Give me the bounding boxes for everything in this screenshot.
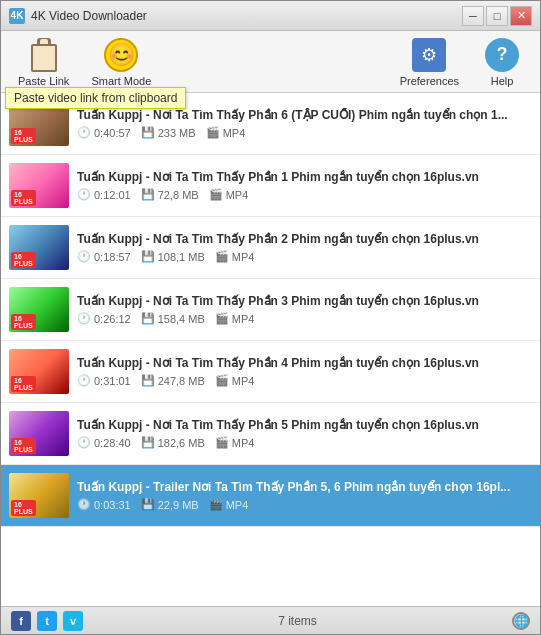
hdd-icon: 💾	[141, 126, 155, 139]
list-item[interactable]: 16PLUS Tuấn Kuppj - Nơi Ta Tìm Thấy Phần…	[1, 155, 540, 217]
list-item[interactable]: 16PLUS Tuấn Kuppj - Nơi Ta Tìm Thấy Phần…	[1, 403, 540, 465]
toolbar: Paste Link Smart Mode Paste video link f…	[1, 31, 540, 93]
item-count: 7 items	[83, 614, 512, 628]
video-format: MP4	[232, 375, 255, 387]
film-icon: 🎬	[209, 498, 223, 511]
film-icon: 🎬	[215, 374, 229, 387]
video-duration: 0:31:01	[94, 375, 131, 387]
toolbar-right: ⚙ Preferences ? Help	[391, 32, 532, 92]
duration-item: 🕐 0:12:01	[77, 188, 131, 201]
video-size: 233 MB	[158, 127, 196, 139]
video-size: 72,8 MB	[158, 189, 199, 201]
list-item[interactable]: 16PLUS Tuấn Kuppj - Nơi Ta Tìm Thấy Phần…	[1, 217, 540, 279]
video-format: MP4	[232, 313, 255, 325]
video-info: Tuấn Kuppj - Nơi Ta Tìm Thấy Phần 5 Phim…	[77, 418, 532, 449]
paste-link-button[interactable]: Paste Link	[9, 32, 78, 92]
video-format: MP4	[232, 251, 255, 263]
video-thumbnail: 16PLUS	[9, 473, 69, 518]
list-item[interactable]: 16PLUS Tuấn Kuppj - Trailer Nơi Ta Tìm T…	[1, 465, 540, 527]
video-meta: 🕐 0:18:57 💾 108,1 MB 🎬 MP4	[77, 250, 532, 263]
format-item: 🎬 MP4	[215, 312, 255, 325]
help-button[interactable]: ? Help	[472, 32, 532, 92]
video-info: Tuấn Kuppj - Nơi Ta Tìm Thấy Phần 4 Phim…	[77, 356, 532, 387]
duration-item: 🕐 0:31:01	[77, 374, 131, 387]
duration-item: 🕐 0:28:40	[77, 436, 131, 449]
video-format: MP4	[232, 437, 255, 449]
hdd-icon: 💾	[141, 436, 155, 449]
video-duration: 0:12:01	[94, 189, 131, 201]
video-info: Tuấn Kuppj - Nơi Ta Tìm Thấy Phần 6 (TẬP…	[77, 108, 532, 139]
preferences-label: Preferences	[400, 75, 459, 87]
twitter-icon[interactable]: t	[37, 611, 57, 631]
video-meta: 🕐 0:03:31 💾 22,9 MB 🎬 MP4	[77, 498, 532, 511]
hdd-icon: 💾	[141, 188, 155, 201]
video-title: Tuấn Kuppj - Nơi Ta Tìm Thấy Phần 6 (TẬP…	[77, 108, 532, 122]
size-item: 💾 72,8 MB	[141, 188, 199, 201]
title-bar: 4K 4K Video Downloader ─ □ ✕	[1, 1, 540, 31]
video-title: Tuấn Kuppj - Nơi Ta Tìm Thấy Phần 1 Phim…	[77, 170, 532, 184]
video-thumbnail: 16PLUS	[9, 163, 69, 208]
main-window: 4K 4K Video Downloader ─ □ ✕ Paste Link …	[0, 0, 541, 635]
channel-logo: 16PLUS	[11, 438, 36, 454]
clock-icon: 🕐	[77, 126, 91, 139]
video-size: 158,4 MB	[158, 313, 205, 325]
video-format: MP4	[223, 127, 246, 139]
duration-item: 🕐 0:26:12	[77, 312, 131, 325]
video-title: Tuấn Kuppj - Nơi Ta Tìm Thấy Phần 3 Phim…	[77, 294, 532, 308]
video-meta: 🕐 0:40:57 💾 233 MB 🎬 MP4	[77, 126, 532, 139]
duration-item: 🕐 0:03:31	[77, 498, 131, 511]
vimeo-icon[interactable]: v	[63, 611, 83, 631]
size-item: 💾 108,1 MB	[141, 250, 205, 263]
paste-tooltip: Paste video link from clipboard	[5, 87, 186, 109]
video-meta: 🕐 0:28:40 💾 182,6 MB 🎬 MP4	[77, 436, 532, 449]
hdd-icon: 💾	[141, 374, 155, 387]
app-icon: 4K	[9, 8, 25, 24]
film-icon: 🎬	[215, 436, 229, 449]
preferences-button[interactable]: ⚙ Preferences	[391, 32, 468, 92]
clock-icon: 🕐	[77, 498, 91, 511]
clock-icon: 🕐	[77, 436, 91, 449]
video-thumbnail: 16PLUS	[9, 225, 69, 270]
language-icon[interactable]: 🌐	[512, 612, 530, 630]
video-size: 182,6 MB	[158, 437, 205, 449]
clock-icon: 🕐	[77, 250, 91, 263]
paste-link-label: Paste Link	[18, 75, 69, 87]
list-item[interactable]: 16PLUS Tuấn Kuppj - Nơi Ta Tìm Thấy Phần…	[1, 279, 540, 341]
format-item: 🎬 MP4	[206, 126, 246, 139]
video-duration: 0:03:31	[94, 499, 131, 511]
list-item[interactable]: 16PLUS Tuấn Kuppj - Nơi Ta Tìm Thấy Phần…	[1, 341, 540, 403]
channel-logo: 16PLUS	[11, 500, 36, 516]
clipboard-icon	[26, 37, 62, 73]
video-size: 108,1 MB	[158, 251, 205, 263]
smiley-icon	[103, 37, 139, 73]
video-title: Tuấn Kuppj - Trailer Nơi Ta Tìm Thấy Phầ…	[77, 480, 532, 494]
channel-logo: 16PLUS	[11, 252, 36, 268]
video-meta: 🕐 0:26:12 💾 158,4 MB 🎬 MP4	[77, 312, 532, 325]
video-title: Tuấn Kuppj - Nơi Ta Tìm Thấy Phần 4 Phim…	[77, 356, 532, 370]
video-title: Tuấn Kuppj - Nơi Ta Tìm Thấy Phần 5 Phim…	[77, 418, 532, 432]
hdd-icon: 💾	[141, 250, 155, 263]
clock-icon: 🕐	[77, 188, 91, 201]
film-icon: 🎬	[215, 250, 229, 263]
hdd-icon: 💾	[141, 498, 155, 511]
size-item: 💾 233 MB	[141, 126, 196, 139]
film-icon: 🎬	[206, 126, 220, 139]
window-title: 4K Video Downloader	[31, 9, 462, 23]
maximize-button[interactable]: □	[486, 6, 508, 26]
size-item: 💾 22,9 MB	[141, 498, 199, 511]
video-list[interactable]: 16PLUS Tuấn Kuppj - Nơi Ta Tìm Thấy Phần…	[1, 93, 540, 606]
statusbar-right: 🌐	[512, 612, 530, 630]
channel-logo: 16PLUS	[11, 376, 36, 392]
video-thumbnail: 16PLUS	[9, 349, 69, 394]
video-meta: 🕐 0:12:01 💾 72,8 MB 🎬 MP4	[77, 188, 532, 201]
video-size: 247,8 MB	[158, 375, 205, 387]
channel-logo: 16PLUS	[11, 314, 36, 330]
duration-item: 🕐 0:40:57	[77, 126, 131, 139]
channel-logo: 16PLUS	[11, 190, 36, 206]
smart-mode-button[interactable]: Smart Mode	[82, 32, 160, 92]
close-button[interactable]: ✕	[510, 6, 532, 26]
facebook-icon[interactable]: f	[11, 611, 31, 631]
video-info: Tuấn Kuppj - Trailer Nơi Ta Tìm Thấy Phầ…	[77, 480, 532, 511]
minimize-button[interactable]: ─	[462, 6, 484, 26]
film-icon: 🎬	[209, 188, 223, 201]
